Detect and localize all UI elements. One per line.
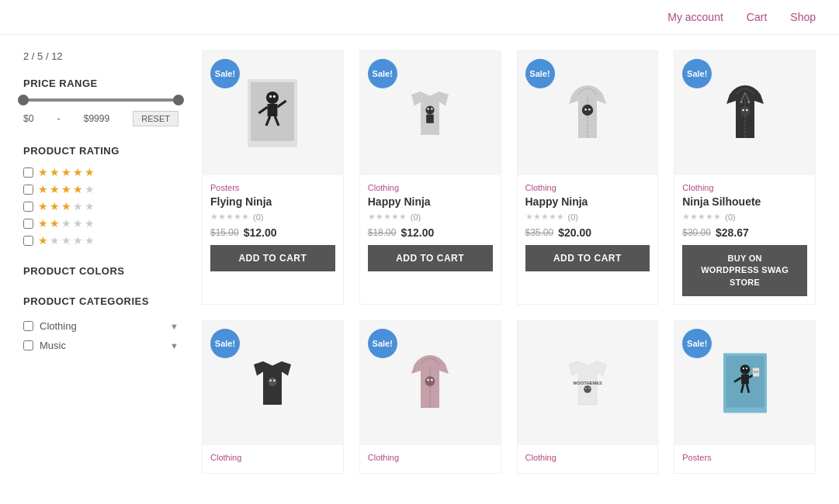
star: ★ — [706, 212, 713, 222]
category-clothing-left: Clothing — [23, 320, 77, 332]
price-slider[interactable] — [23, 98, 179, 102]
category-clothing[interactable]: Clothing ▼ — [23, 316, 179, 336]
star: ★ — [50, 217, 60, 230]
add-to-cart-button[interactable]: ADD TO CART — [525, 245, 650, 271]
product-info: Clothing Happy Ninja ★ ★ ★ ★ ★ (0) $3 — [518, 175, 658, 279]
product-image-wrap: Sale! — [360, 321, 501, 445]
product-image-wrap: WOOTHEMES — [518, 321, 658, 445]
product-image-wrap: Sale! — [203, 51, 343, 175]
star: ★ — [61, 217, 71, 230]
star: ★ — [556, 212, 564, 222]
star: ★ — [61, 183, 71, 195]
sale-badge: Sale! — [682, 59, 712, 88]
product-category: Clothing — [525, 183, 650, 192]
shop-link[interactable]: Shop — [790, 11, 816, 23]
product-card-pink-hoodie[interactable]: Sale! Clothing — [359, 320, 501, 474]
product-image-wrap: Sale! — [360, 51, 501, 175]
product-category: Clothing — [682, 183, 807, 192]
stars-3: ★ ★ ★ ★ ★ — [38, 200, 95, 212]
category-music-checkbox[interactable] — [23, 340, 33, 350]
stars-1: ★ ★ ★ ★ ★ — [38, 234, 95, 247]
star: ★ — [50, 183, 60, 195]
product-image-poster-blue: WOO — [718, 350, 772, 416]
category-clothing-checkbox[interactable] — [23, 321, 33, 331]
product-card-happy-ninja-1[interactable]: Sale! Clothing Happy Ninja — [359, 50, 501, 305]
svg-point-31 — [428, 379, 429, 381]
product-card-blue-poster[interactable]: Sale! WOO — [674, 320, 816, 474]
add-to-cart-button[interactable]: ADD TO CART — [210, 245, 335, 271]
product-stars: ★ ★ ★ ★ ★ — [368, 212, 407, 222]
my-account-link[interactable]: My account — [667, 11, 723, 23]
star: ★ — [690, 212, 698, 222]
product-card-flying-ninja[interactable]: Sale! — [202, 50, 344, 305]
main-container: 2 / 5 / 12 PRICE RANGE $0 - $9999 RESET … — [0, 35, 839, 489]
category-music[interactable]: Music ▼ — [23, 336, 179, 355]
reset-button[interactable]: RESET — [133, 111, 179, 126]
product-category: Clothing — [368, 453, 493, 462]
rating-row-3: ★ ★ ★ ★ ★ — [23, 200, 179, 212]
star: ★ — [50, 200, 60, 212]
original-price: $35.00 — [525, 227, 554, 238]
svg-point-28 — [274, 380, 276, 381]
product-card-woothemes-white[interactable]: WOOTHEMES Clothing — [517, 320, 659, 474]
product-image-hoodie-pink — [399, 349, 461, 417]
price-labels: $0 - $9999 RESET — [23, 111, 179, 126]
product-card-ninja-silhouete[interactable]: Sale! — [674, 50, 816, 305]
product-info: Clothing Happy Ninja ★ ★ ★ ★ ★ (0) $1 — [360, 175, 501, 279]
sale-price: $12.00 — [400, 226, 434, 239]
svg-point-32 — [431, 379, 432, 381]
svg-point-36 — [588, 388, 590, 389]
product-rating-row: ★ ★ ★ ★ ★ (0) — [210, 212, 335, 222]
star: ★ — [50, 234, 60, 247]
svg-point-26 — [269, 378, 277, 386]
product-grid-area: Sale! — [202, 50, 816, 474]
rating-row-2: ★ ★ ★ ★ ★ — [23, 217, 179, 230]
sale-price: $28.67 — [716, 226, 749, 239]
stars-4: ★ ★ ★ ★ ★ — [38, 183, 95, 195]
svg-point-9 — [273, 95, 276, 98]
sale-badge: Sale! — [210, 59, 240, 88]
product-rating-row: ★ ★ ★ ★ ★ (0) — [682, 212, 807, 222]
product-image-tshirt-gray — [399, 82, 461, 144]
svg-point-25 — [746, 109, 747, 111]
original-price: $30.00 — [682, 227, 711, 238]
star: ★ — [38, 166, 48, 178]
rating-4-checkbox[interactable] — [23, 185, 33, 195]
add-to-cart-button[interactable]: ADD TO CART — [368, 245, 493, 271]
star: ★ — [61, 234, 71, 247]
star: ★ — [391, 212, 399, 222]
star: ★ — [73, 217, 83, 230]
svg-point-35 — [585, 388, 587, 389]
star: ★ — [399, 212, 407, 222]
rating-1-checkbox[interactable] — [23, 236, 33, 246]
slider-thumb-right[interactable] — [173, 95, 184, 105]
product-card-happy-ninja-2[interactable]: Sale! Clothing — [517, 50, 659, 305]
star: ★ — [85, 217, 95, 230]
rating-section: PRODUCT RATING ★ ★ ★ ★ ★ ★ ★ ★ ★ — [23, 145, 179, 247]
price-row: $35.00 $20.00 — [525, 226, 650, 239]
product-card-black-tshirt[interactable]: Sale! Clothing — [202, 320, 344, 474]
svg-point-24 — [742, 109, 744, 111]
rating-2-checkbox[interactable] — [23, 219, 33, 229]
svg-point-22 — [747, 101, 750, 103]
slider-thumb-left[interactable] — [18, 95, 29, 105]
star: ★ — [210, 212, 218, 222]
star: ★ — [533, 212, 541, 222]
buy-wordpress-button[interactable]: BUY ONWORDPRESS SWAGSTORE — [682, 245, 807, 296]
sale-badge: Sale! — [210, 329, 240, 358]
rating-5-checkbox[interactable] — [23, 167, 33, 178]
svg-point-8 — [269, 95, 272, 98]
categories-section: PRODUCT CATEGORIES Clothing ▼ Music ▼ — [23, 295, 179, 355]
rating-3-checkbox[interactable] — [23, 202, 33, 212]
svg-point-48 — [746, 368, 747, 369]
cart-link[interactable]: Cart — [747, 11, 767, 23]
svg-point-21 — [740, 101, 742, 103]
product-image-wrap: Sale! — [518, 51, 658, 175]
product-image-wrap: Sale! — [203, 321, 343, 445]
star: ★ — [525, 212, 533, 222]
product-grid: Sale! — [202, 50, 816, 474]
star: ★ — [226, 212, 234, 222]
product-image-wrap: Sale! — [674, 51, 815, 175]
product-stars: ★ ★ ★ ★ ★ — [682, 212, 721, 222]
star: ★ — [218, 212, 226, 222]
